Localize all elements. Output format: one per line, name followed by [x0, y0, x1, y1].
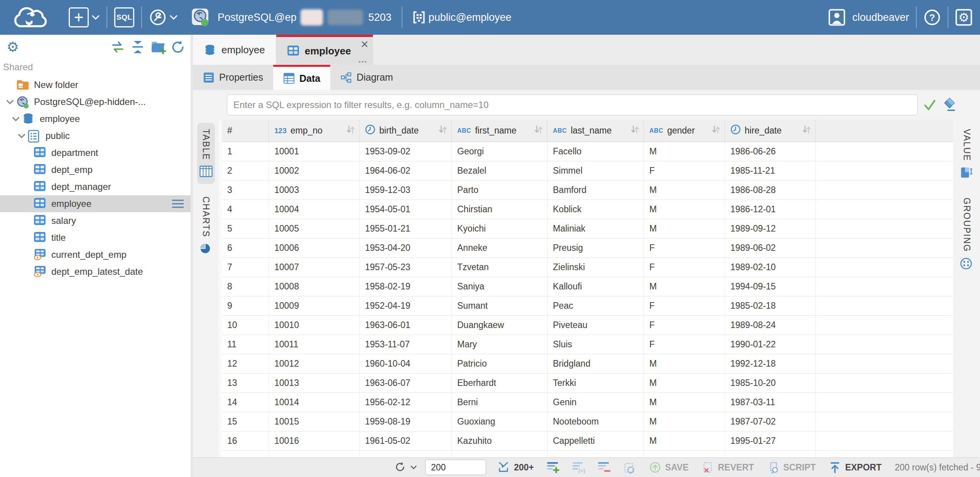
- table-row[interactable]: 7100071957-05-23TzvetanZielinskiF1989-02…: [222, 258, 953, 277]
- driver-manager-button[interactable]: [149, 8, 177, 26]
- revert-button[interactable]: REVERT: [702, 461, 754, 474]
- data-cell[interactable]: 10003: [269, 181, 360, 200]
- table-row[interactable]: 2100021964-06-02BezalelSimmelF1985-11-21: [222, 161, 953, 181]
- data-cell[interactable]: 10013: [269, 374, 360, 392]
- chevron-expanded-icon[interactable]: [4, 97, 16, 107]
- data-cell[interactable]: 1989-02-10: [725, 258, 816, 277]
- data-cell[interactable]: 1989-06-02: [725, 238, 816, 257]
- data-cell[interactable]: M: [644, 431, 725, 450]
- data-cell[interactable]: Koblick: [547, 200, 644, 219]
- table-row[interactable]: 3100031959-12-03PartoBamfordM1986-08-28: [222, 181, 953, 200]
- sql-filter-input[interactable]: [227, 95, 917, 115]
- data-cell[interactable]: 1987-03-11: [725, 393, 816, 412]
- data-cell[interactable]: 1995-01-27: [725, 431, 816, 450]
- save-button[interactable]: SAVE: [649, 461, 689, 474]
- table-row[interactable]: 5100051955-01-21KyoichiMaliniakM1989-09-…: [222, 219, 953, 238]
- data-cell[interactable]: 10010: [269, 316, 360, 335]
- data-cell[interactable]: Maliniak: [547, 219, 644, 238]
- data-cell[interactable]: M: [644, 277, 725, 296]
- table-row[interactable]: 16100161961-05-02KazuhitoCappellettiM199…: [222, 431, 953, 451]
- data-cell[interactable]: 10004: [269, 200, 360, 219]
- data-cell[interactable]: 10001: [269, 142, 360, 161]
- chevron-expanded-icon[interactable]: [10, 114, 22, 123]
- tree-item-employee[interactable]: employee: [0, 195, 191, 212]
- data-cell[interactable]: Guoxiang: [452, 412, 547, 431]
- data-cell[interactable]: 1959-12-03: [360, 181, 452, 200]
- data-cell[interactable]: 10009: [269, 296, 360, 315]
- data-cell[interactable]: 1952-04-19: [360, 296, 452, 315]
- data-cell[interactable]: 1992-12-18: [725, 354, 816, 373]
- data-cell[interactable]: Terkki: [547, 374, 644, 392]
- table-row[interactable]: 14100141956-02-12BerniGeninM1987-03-11: [222, 393, 953, 412]
- item-menu-icon[interactable]: [171, 199, 184, 209]
- data-cell[interactable]: 1957-05-23: [360, 258, 452, 277]
- tree-item-department[interactable]: department: [0, 144, 191, 161]
- data-cell[interactable]: M: [644, 412, 725, 431]
- tree-item-new-folder[interactable]: New folder: [0, 76, 191, 93]
- data-cell[interactable]: Piveteau: [547, 316, 644, 335]
- refresh-tree-button[interactable]: [171, 40, 185, 54]
- data-cell[interactable]: M: [644, 354, 725, 373]
- table-row[interactable]: 1100011953-09-02GeorgiFacelloM1986-06-26: [222, 142, 953, 161]
- data-cell[interactable]: M: [644, 181, 725, 200]
- new-folder-button[interactable]: [150, 40, 165, 54]
- data-cell[interactable]: 1958-02-19: [360, 277, 452, 296]
- table-row[interactable]: 11100111953-11-07MarySluisF1990-01-22: [222, 335, 953, 354]
- delete-row-button[interactable]: [598, 461, 610, 474]
- sync-connection-button[interactable]: [110, 40, 125, 54]
- data-cell[interactable]: Nooteboom: [547, 412, 644, 431]
- auto-refresh-button[interactable]: [623, 461, 636, 474]
- data-cell[interactable]: F: [644, 335, 725, 354]
- user-name[interactable]: cloudbeaver: [852, 12, 909, 24]
- table-row[interactable]: 12100121960-10-04PatricioBridglandM1992-…: [222, 354, 953, 374]
- data-cell[interactable]: 1961-05-02: [360, 431, 452, 450]
- data-cell[interactable]: Parto: [452, 181, 547, 200]
- data-cell[interactable]: 1985-11-21: [725, 161, 816, 180]
- sql-editor-label[interactable]: SQL: [114, 7, 134, 27]
- data-cell[interactable]: 1986-08-28: [725, 181, 816, 200]
- schema-name[interactable]: public@employee: [429, 12, 512, 24]
- data-cell[interactable]: Genin: [547, 393, 644, 412]
- data-cell[interactable]: Cappelletti: [547, 431, 644, 450]
- data-cell[interactable]: 1963-06-01: [360, 316, 452, 335]
- data-cell[interactable]: Eberhardt: [452, 374, 547, 392]
- data-cell[interactable]: 1964-06-02: [360, 161, 452, 180]
- data-cell[interactable]: Anneke: [452, 238, 547, 257]
- tree-item-dept-emp-latest-date[interactable]: dept_emp_latest_date: [0, 263, 191, 280]
- table-row[interactable]: 6100061953-04-20AnnekePreusigF1989-06-02: [222, 238, 953, 258]
- tab-diagram[interactable]: Diagram: [330, 65, 403, 90]
- data-cell[interactable]: 10006: [269, 238, 360, 257]
- tab-charts-presentation[interactable]: CHARTS: [197, 190, 215, 261]
- fetch-size-input[interactable]: [425, 460, 486, 475]
- data-cell[interactable]: M: [644, 374, 725, 392]
- chevron-down-icon[interactable]: [411, 464, 417, 471]
- data-cell[interactable]: Saniya: [452, 277, 547, 296]
- connection-name-suffix[interactable]: 5203: [368, 12, 392, 24]
- data-cell[interactable]: 1953-11-07: [360, 335, 452, 354]
- column-header-first_name[interactable]: ABCfirst_name: [452, 120, 547, 142]
- table-row[interactable]: 15100151959-08-19GuoxiangNooteboomM1987-…: [222, 412, 953, 431]
- tree-item-postgresql-ep-hidden-[interactable]: PostgreSQL@ep-hidden-...: [0, 93, 191, 110]
- tab-employee-table[interactable]: employee ✕ …: [276, 35, 373, 65]
- sort-icon[interactable]: [534, 125, 543, 137]
- refresh-icon[interactable]: [394, 461, 407, 474]
- data-cell[interactable]: 10012: [269, 354, 360, 373]
- sort-icon[interactable]: [711, 125, 721, 137]
- sidebar-settings-button[interactable]: ⚙: [5, 40, 20, 54]
- data-cell[interactable]: F: [644, 161, 725, 180]
- data-cell[interactable]: Facello: [547, 142, 644, 161]
- settings-button[interactable]: ⚙: [955, 9, 972, 26]
- data-cell[interactable]: 1990-01-22: [725, 335, 816, 354]
- tree-item-salary[interactable]: salary: [0, 212, 191, 229]
- wrench-icon[interactable]: [149, 8, 167, 26]
- column-header-birth_date[interactable]: birth_date: [360, 120, 452, 142]
- data-cell[interactable]: Mary: [452, 335, 547, 354]
- more-icon[interactable]: …: [358, 55, 368, 64]
- data-cell[interactable]: 1963-06-07: [360, 374, 452, 392]
- column-header-last_name[interactable]: ABClast_name: [547, 120, 644, 142]
- data-cell[interactable]: Bridgland: [547, 354, 644, 373]
- chevron-down-icon[interactable]: [92, 15, 100, 20]
- data-cell[interactable]: 1953-04-20: [360, 238, 452, 257]
- data-cell[interactable]: 1987-07-02: [725, 412, 816, 431]
- data-cell[interactable]: 1986-12-01: [725, 200, 816, 219]
